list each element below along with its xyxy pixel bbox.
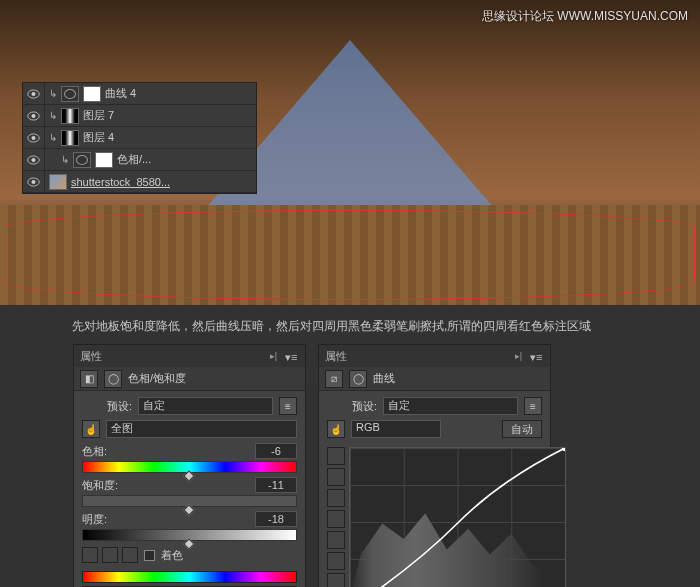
lightness-label: 明度: <box>82 512 255 527</box>
image-viewport: 思缘设计论坛 WWW.MISSYUAN.COM ↳曲线 4 ↳图层 7 ↳图层 … <box>0 0 700 305</box>
curve-editor[interactable] <box>349 447 566 587</box>
visibility-toggle[interactable] <box>23 83 45 105</box>
visibility-toggle[interactable] <box>23 105 45 127</box>
finger-scrub-icon[interactable]: ☝ <box>327 420 345 438</box>
preset-label: 预设: <box>327 399 377 414</box>
layer-thumb <box>61 130 79 146</box>
adjustment-type: 色相/饱和度 <box>128 371 186 386</box>
adjustment-thumb <box>61 86 79 102</box>
svg-point-1 <box>31 91 35 95</box>
range-row: ☝ 全图 <box>82 420 297 438</box>
adjustment-type: 曲线 <box>373 371 395 386</box>
panel-subheader: ◧ ◯ 色相/饱和度 <box>74 367 305 391</box>
panel-menu-icon[interactable]: ▾≡ <box>530 351 544 361</box>
panel-menu-icon[interactable]: ▾≡ <box>285 351 299 361</box>
channel-row: ☝ RGB 自动 <box>327 420 542 438</box>
visibility-toggle[interactable] <box>23 171 45 193</box>
panel-header[interactable]: 属性 ▸| ▾≡ <box>319 345 550 367</box>
saturation-value[interactable]: -11 <box>255 477 297 493</box>
color-range-bars <box>82 571 297 587</box>
collapse-icon[interactable]: ▸| <box>270 351 277 361</box>
hue-slider[interactable] <box>82 461 297 473</box>
image-thumb <box>49 174 67 190</box>
range-dropdown[interactable]: 全图 <box>106 420 297 438</box>
hue-label: 色相: <box>82 444 255 459</box>
clip-icon: ↳ <box>49 132 57 143</box>
clip-icon: ↳ <box>61 154 69 165</box>
color-bar-top[interactable] <box>82 571 297 583</box>
eye-icon <box>27 155 40 165</box>
mask-toggle-icon[interactable]: ◯ <box>104 370 122 388</box>
eye-icon <box>27 177 40 187</box>
lightness-value[interactable]: -18 <box>255 511 297 527</box>
layer-row[interactable]: ↳色相/... <box>23 149 256 171</box>
eye-icon <box>27 89 40 99</box>
eyedropper-white-icon[interactable] <box>327 552 345 570</box>
colorize-checkbox[interactable] <box>144 550 155 561</box>
clip-icon: ↳ <box>49 88 57 99</box>
layer-row[interactable]: ↳曲线 4 <box>23 83 256 105</box>
preset-row: 预设: 自定 ≡ <box>82 397 297 415</box>
colorize-row: 着色 <box>82 547 297 563</box>
layer-row[interactable]: ↳图层 7 <box>23 105 256 127</box>
mask-thumb <box>83 86 101 102</box>
lightness-slider[interactable] <box>82 529 297 541</box>
eyedropper-tools <box>82 547 138 563</box>
layer-row[interactable]: ↳图层 4 <box>23 127 256 149</box>
panel-title: 属性 <box>325 349 347 364</box>
layer-row[interactable]: shutterstock_8580... <box>23 171 256 193</box>
panel-subheader: ⧄ ◯ 曲线 <box>319 367 550 391</box>
eyedropper-icon[interactable] <box>82 547 98 563</box>
preset-dropdown[interactable]: 自定 <box>138 397 273 415</box>
curves-properties-panel: 属性 ▸| ▾≡ ⧄ ◯ 曲线 预设: 自定 ≡ ☝ RGB 自动 <box>318 344 551 587</box>
saturation-slider-row: 饱和度:-11 <box>82 477 297 507</box>
panel-header[interactable]: 属性 ▸| ▾≡ <box>74 345 305 367</box>
preset-menu-icon[interactable]: ≡ <box>524 397 542 415</box>
eye-icon <box>27 133 40 143</box>
layer-thumb <box>61 108 79 124</box>
selection-outline <box>5 210 695 300</box>
clip-icon: ↳ <box>49 110 57 121</box>
layer-name: 色相/... <box>117 152 151 167</box>
collapse-icon[interactable]: ▸| <box>515 351 522 361</box>
finger-scrub-icon[interactable]: ☝ <box>82 420 100 438</box>
curve-smooth-icon[interactable] <box>327 489 345 507</box>
mask-thumb <box>95 152 113 168</box>
layer-name: 曲线 4 <box>105 86 136 101</box>
hue-slider-row: 色相:-6 <box>82 443 297 473</box>
colorize-label: 着色 <box>161 548 183 563</box>
saturation-slider[interactable] <box>82 495 297 507</box>
curve-edit-icon[interactable] <box>327 573 345 587</box>
svg-point-11 <box>562 448 565 451</box>
watermark-text: 思缘设计论坛 WWW.MISSYUAN.COM <box>482 8 688 25</box>
visibility-toggle[interactable] <box>23 127 45 149</box>
mask-toggle-icon[interactable]: ◯ <box>349 370 367 388</box>
layer-name: 图层 4 <box>83 130 114 145</box>
svg-point-7 <box>31 157 35 161</box>
channel-dropdown[interactable]: RGB <box>351 420 441 438</box>
lightness-slider-row: 明度:-18 <box>82 511 297 541</box>
curve-tools <box>327 447 347 587</box>
auto-button[interactable]: 自动 <box>502 420 542 438</box>
visibility-toggle[interactable] <box>23 149 45 171</box>
eyedropper-black-icon[interactable] <box>327 510 345 528</box>
eyedropper-add-icon[interactable] <box>102 547 118 563</box>
eye-icon <box>27 111 40 121</box>
adjustment-icon[interactable]: ⧄ <box>325 370 343 388</box>
preset-menu-icon[interactable]: ≡ <box>279 397 297 415</box>
svg-point-3 <box>31 113 35 117</box>
eyedropper-subtract-icon[interactable] <box>122 547 138 563</box>
adjustment-icon[interactable]: ◧ <box>80 370 98 388</box>
curve-point-tool-icon[interactable] <box>327 447 345 465</box>
eyedropper-gray-icon[interactable] <box>327 531 345 549</box>
panel-title: 属性 <box>80 349 102 364</box>
curve-pencil-tool-icon[interactable] <box>327 468 345 486</box>
instruction-caption: 先对地板饱和度降低，然后曲线压暗，然后对四周用黑色柔弱笔刷擦拭,所谓的四周看红色… <box>72 318 680 335</box>
preset-row: 预设: 自定 ≡ <box>327 397 542 415</box>
layers-panel[interactable]: ↳曲线 4 ↳图层 7 ↳图层 4 ↳色相/... shutterstock_8… <box>22 82 257 194</box>
adjustment-thumb <box>73 152 91 168</box>
svg-point-9 <box>31 179 35 183</box>
preset-dropdown[interactable]: 自定 <box>383 397 518 415</box>
layer-name: 图层 7 <box>83 108 114 123</box>
hue-value[interactable]: -6 <box>255 443 297 459</box>
